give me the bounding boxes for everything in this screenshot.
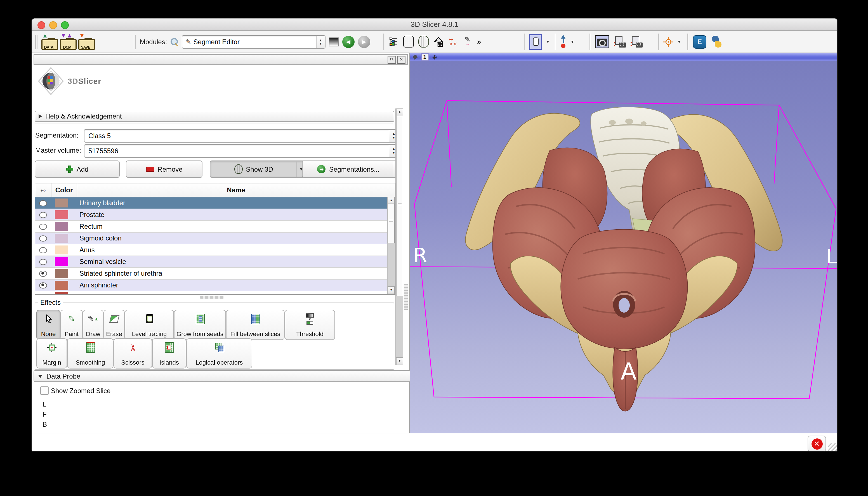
visibility-toggle[interactable] — [35, 247, 51, 253]
pin-icon[interactable] — [413, 55, 418, 60]
load-dicom-button[interactable]: ▼▲ DCM — [60, 34, 75, 49]
scroll-up-button[interactable]: ▲ — [396, 108, 403, 116]
effect-logical-operators-button[interactable]: Logical operators — [186, 338, 252, 369]
scene-view-restore-button[interactable]: ●● — [630, 36, 642, 47]
threed-render-canvas[interactable]: R L A — [410, 61, 837, 433]
segment-color-chip[interactable] — [55, 246, 68, 254]
subject-hierarchy-icon[interactable] — [389, 37, 399, 47]
data-probe-section[interactable]: Data Probe — [34, 370, 412, 382]
float-panel-icon[interactable]: ⧉ — [388, 56, 396, 64]
segment-row[interactable]: Prostate — [35, 209, 395, 221]
toolbar-drag-handle[interactable] — [35, 34, 38, 49]
segmentation-module-icon[interactable] — [418, 36, 429, 48]
segment-color-chip[interactable] — [55, 269, 68, 278]
effect-paint-button[interactable]: ✎ Paint — [60, 310, 83, 340]
segment-row[interactable]: Sigmoid colon — [35, 233, 395, 244]
extensions-manager-icon[interactable]: E — [693, 35, 707, 48]
threed-view[interactable]: 1 ⊕ — [410, 53, 837, 433]
scrollbar-track[interactable] — [396, 296, 403, 358]
effect-erase-button[interactable]: Erase — [104, 310, 125, 340]
view-options-icon[interactable]: ⊕ — [432, 54, 437, 60]
crosshair-button[interactable] — [663, 36, 674, 47]
master-volume-selector[interactable]: 51755596 ▲▼ — [84, 144, 399, 158]
segment-row[interactable]: Rectum — [35, 221, 395, 233]
visibility-toggle[interactable] — [35, 235, 51, 241]
visibility-toggle[interactable] — [35, 282, 51, 288]
layout-dropdown-caret[interactable]: ▼ — [546, 40, 550, 44]
effect-fill-between-slices-button[interactable]: Fill between slices — [226, 310, 285, 340]
segment-row[interactable]: Seminal vesicle — [35, 256, 395, 268]
segment-color-chip[interactable] — [55, 257, 68, 266]
scene-view-save-button[interactable]: ●● — [614, 36, 626, 47]
effect-smoothing-button[interactable]: Smoothing — [67, 338, 113, 369]
save-button[interactable]: ▼ SAVE — [78, 34, 93, 49]
name-column-header[interactable]: Name — [77, 183, 395, 197]
visibility-toggle[interactable] — [35, 200, 51, 206]
show-zoomed-slice-checkbox[interactable] — [40, 386, 49, 395]
segment-color-chip[interactable] — [55, 234, 68, 243]
segment-table-scrollbar[interactable]: ▲ ▼ — [387, 197, 395, 294]
segment-color-chip[interactable] — [55, 292, 68, 295]
load-data-button[interactable]: ▲ DATA — [41, 34, 57, 49]
visibility-column-header[interactable]: ●○ — [35, 183, 51, 197]
python-console-icon[interactable] — [711, 36, 723, 48]
segment-row[interactable]: Urinary bladder — [35, 197, 395, 209]
fiducial-dropdown-caret[interactable]: ▼ — [571, 40, 574, 44]
title-bar[interactable]: 3D Slicer 4.8.1 — [32, 18, 837, 31]
segment-row[interactable]: Anus — [35, 244, 395, 256]
place-fiducial-button[interactable] — [560, 35, 567, 48]
panel-splitter-handle[interactable] — [404, 284, 408, 310]
effect-grow-from-seeds-button[interactable]: Grow from seeds — [174, 310, 226, 340]
visibility-toggle[interactable] — [35, 270, 51, 277]
segment-color-chip[interactable] — [55, 210, 68, 219]
scrollbar-thumb[interactable] — [396, 116, 403, 297]
effect-none-button[interactable]: None — [36, 310, 60, 340]
visibility-toggle[interactable] — [35, 259, 51, 265]
annotations-icon[interactable]: ✎∼ — [463, 37, 472, 47]
effect-threshold-button[interactable]: ▼ Threshold — [285, 310, 335, 340]
module-search-icon[interactable] — [170, 38, 178, 46]
segment-row[interactable]: Striated sphincter of urethra — [35, 268, 395, 280]
scroll-down-button[interactable]: ▼ — [396, 357, 403, 365]
segment-color-chip[interactable] — [55, 199, 68, 207]
effect-scissors-button[interactable]: ✂ Scissors — [113, 338, 152, 369]
scrollbar-track[interactable] — [388, 243, 395, 288]
markups-icon[interactable]: ✳✳✳ — [448, 37, 458, 47]
segment-row-partial[interactable] — [35, 291, 395, 295]
module-back-button[interactable]: ◀ — [342, 35, 354, 48]
visibility-toggle[interactable] — [35, 212, 51, 218]
crosshair-dropdown-caret[interactable]: ▼ — [677, 40, 681, 44]
panel-dock-titlebar[interactable]: ⧉ ✕ — [34, 54, 408, 65]
segmentation-selector[interactable]: Class 5 ▲▼ — [84, 129, 399, 143]
segmentations-button[interactable]: ➔ Segmentations... ▼ — [302, 160, 403, 178]
module-selector[interactable]: ✎ Segment Editor ▲▼ — [182, 35, 325, 48]
segment-row[interactable]: Ani sphincter — [35, 280, 395, 291]
panel-scrollbar[interactable]: ▲ ▼ — [396, 108, 403, 365]
scroll-down-button[interactable]: ▼ — [388, 286, 395, 294]
table-resize-handle[interactable] — [200, 296, 224, 299]
effect-draw-button[interactable]: ✎▲ Draw — [83, 310, 104, 340]
effect-islands-button[interactable]: Islands — [152, 338, 186, 369]
threed-view-header[interactable]: 1 ⊕ — [410, 53, 837, 61]
scrollbar-thumb[interactable] — [388, 204, 395, 244]
effect-margin-button[interactable]: Margin — [36, 338, 67, 369]
close-panel-icon[interactable]: ✕ — [397, 56, 405, 64]
color-column-header[interactable]: Color — [51, 183, 77, 197]
segment-color-chip[interactable] — [55, 222, 68, 231]
remove-segment-button[interactable]: Remove — [126, 160, 202, 178]
layout-selector-button[interactable] — [529, 34, 542, 49]
module-forward-button[interactable]: ▶ — [358, 35, 370, 48]
screenshot-button[interactable] — [595, 35, 609, 48]
show-3d-button[interactable]: Show 3D ▼ — [210, 160, 306, 178]
module-spinner[interactable]: ▲▼ — [316, 35, 325, 48]
toolbar-overflow-chevron[interactable]: » — [477, 37, 481, 46]
add-segment-button[interactable]: Add — [35, 160, 120, 178]
module-history-icon[interactable] — [329, 37, 339, 46]
segment-color-chip[interactable] — [55, 281, 68, 290]
transforms-icon[interactable] — [433, 37, 444, 47]
error-log-button[interactable]: ✕ — [808, 436, 826, 452]
toolbar-drag-handle[interactable] — [134, 34, 137, 49]
volume-rendering-icon[interactable] — [403, 36, 414, 48]
window-resize-grip[interactable] — [828, 444, 837, 452]
visibility-toggle[interactable] — [35, 223, 51, 230]
